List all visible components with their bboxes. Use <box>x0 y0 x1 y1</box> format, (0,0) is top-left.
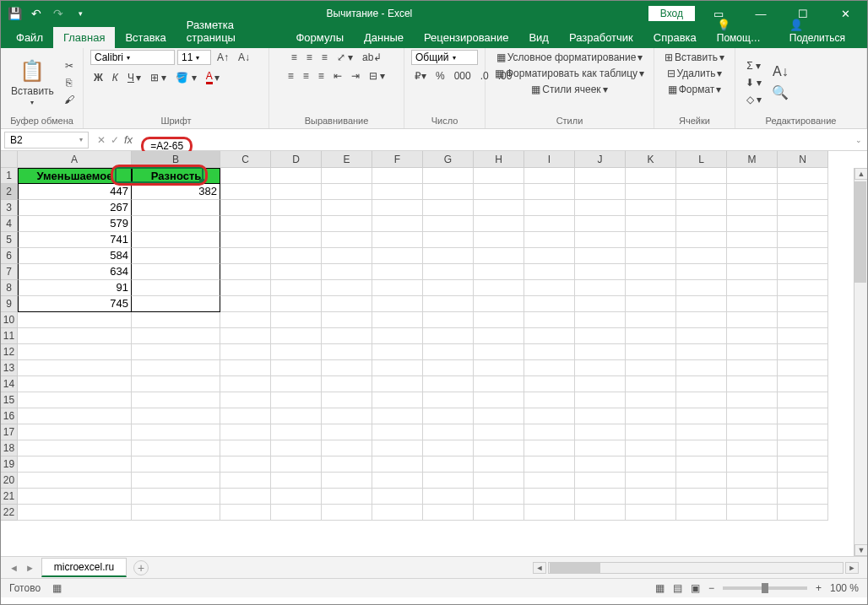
cell[interactable] <box>626 328 676 344</box>
cell[interactable] <box>524 184 575 200</box>
enter-formula-icon[interactable]: ✓ <box>111 134 119 146</box>
cell[interactable] <box>626 473 676 489</box>
cell[interactable] <box>18 440 132 456</box>
cell[interactable] <box>676 296 727 312</box>
cell[interactable]: 382 <box>132 184 220 200</box>
cell[interactable] <box>676 280 727 296</box>
cell[interactable] <box>676 456 727 473</box>
cell[interactable] <box>372 440 423 456</box>
tab-formulas[interactable]: Формулы <box>285 27 354 48</box>
align-center-icon[interactable]: ≡ <box>300 68 312 84</box>
cell[interactable] <box>423 440 474 456</box>
cell[interactable] <box>626 296 676 312</box>
col-header-L[interactable]: L <box>676 151 727 168</box>
cell[interactable] <box>271 424 322 440</box>
cell[interactable] <box>727 473 778 489</box>
cell[interactable] <box>423 408 474 424</box>
cell[interactable] <box>271 473 322 489</box>
cell[interactable] <box>372 489 423 505</box>
col-header-F[interactable]: F <box>372 151 423 168</box>
cell[interactable] <box>575 200 626 216</box>
view-page-layout-icon[interactable]: ▤ <box>673 582 682 594</box>
col-header-K[interactable]: K <box>626 151 676 168</box>
cell[interactable] <box>727 200 778 216</box>
row-header-17[interactable]: 17 <box>1 424 18 440</box>
cell-styles-button[interactable]: ▦ Стили ячеек ▾ <box>492 82 647 97</box>
cell[interactable] <box>322 408 372 424</box>
cell[interactable] <box>626 424 676 440</box>
increase-font-icon[interactable]: A↑ <box>214 50 232 65</box>
cell[interactable]: Уменьшаемое <box>18 168 132 184</box>
row-header-14[interactable]: 14 <box>1 376 18 392</box>
thousands-icon[interactable]: 000 <box>451 68 475 84</box>
cell[interactable] <box>626 408 676 424</box>
row-header-15[interactable]: 15 <box>1 392 18 408</box>
cell[interactable] <box>524 168 575 184</box>
vertical-scrollbar[interactable]: ▲ ▼ <box>854 168 867 556</box>
cell[interactable] <box>132 456 220 473</box>
cell[interactable] <box>676 473 727 489</box>
row-header-5[interactable]: 5 <box>1 232 18 248</box>
row-header-6[interactable]: 6 <box>1 248 18 264</box>
cell[interactable] <box>575 505 626 521</box>
row-header-16[interactable]: 16 <box>1 408 18 424</box>
cell[interactable] <box>18 505 132 521</box>
cell[interactable] <box>322 344 372 360</box>
cell[interactable] <box>474 344 524 360</box>
format-painter-icon[interactable]: 🖌 <box>61 92 78 107</box>
cell[interactable] <box>727 296 778 312</box>
row-header-11[interactable]: 11 <box>1 328 18 344</box>
col-header-A[interactable]: A <box>18 151 132 168</box>
cell[interactable] <box>271 376 322 392</box>
row-header-10[interactable]: 10 <box>1 312 18 328</box>
add-sheet-button[interactable]: + <box>133 560 149 575</box>
row-header-18[interactable]: 18 <box>1 440 18 456</box>
cell[interactable] <box>423 360 474 376</box>
cell[interactable] <box>524 392 575 408</box>
cell[interactable] <box>575 312 626 328</box>
cell[interactable] <box>220 200 271 216</box>
cell[interactable] <box>220 264 271 280</box>
cell[interactable] <box>778 408 828 424</box>
cell[interactable] <box>626 232 676 248</box>
cell[interactable] <box>423 505 474 521</box>
hscroll-right-icon[interactable]: ► <box>845 562 859 574</box>
row-header-3[interactable]: 3 <box>1 200 18 216</box>
cell[interactable] <box>271 184 322 200</box>
cell[interactable] <box>322 216 372 232</box>
cell[interactable] <box>727 232 778 248</box>
cell[interactable] <box>778 456 828 473</box>
paste-button[interactable]: 📋 Вставить ▾ <box>8 55 57 111</box>
insert-cells-button[interactable]: ⊞ Вставить ▾ <box>661 50 728 65</box>
cell[interactable] <box>626 456 676 473</box>
cell[interactable] <box>322 264 372 280</box>
cell[interactable] <box>676 424 727 440</box>
cell[interactable] <box>271 312 322 328</box>
cell[interactable] <box>322 473 372 489</box>
cell[interactable] <box>271 456 322 473</box>
cell[interactable] <box>271 344 322 360</box>
cell[interactable] <box>575 264 626 280</box>
cell[interactable] <box>626 264 676 280</box>
cell[interactable] <box>474 216 524 232</box>
cell[interactable] <box>676 344 727 360</box>
cell[interactable] <box>423 232 474 248</box>
view-page-break-icon[interactable]: ▣ <box>691 582 700 594</box>
row-header-9[interactable]: 9 <box>1 296 18 312</box>
cell[interactable] <box>474 456 524 473</box>
cell[interactable] <box>18 360 132 376</box>
cell[interactable] <box>727 376 778 392</box>
align-middle-icon[interactable]: ≡ <box>303 50 316 65</box>
cell[interactable]: 91 <box>18 280 132 296</box>
cell[interactable] <box>271 296 322 312</box>
cell[interactable] <box>524 424 575 440</box>
cell[interactable] <box>372 216 423 232</box>
cell[interactable] <box>575 232 626 248</box>
cell[interactable] <box>372 360 423 376</box>
font-size-combo[interactable]: 11▾ <box>177 50 211 65</box>
cell[interactable] <box>727 328 778 344</box>
cell[interactable] <box>271 280 322 296</box>
cell[interactable] <box>271 168 322 184</box>
cell[interactable] <box>778 296 828 312</box>
cell[interactable] <box>322 440 372 456</box>
